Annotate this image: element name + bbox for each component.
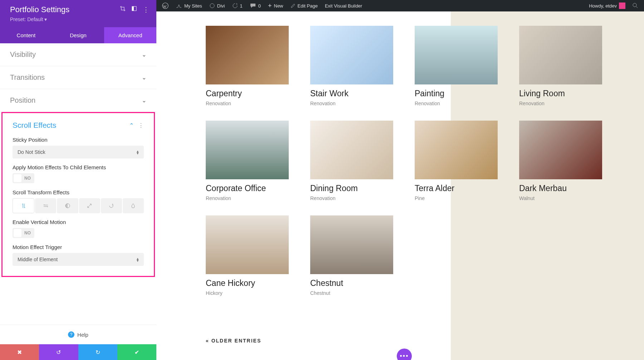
portfolio-thumb	[519, 26, 602, 84]
portfolio-title: Chestnut	[310, 278, 393, 288]
portfolio-card[interactable]: ChestnutChestnut	[310, 215, 393, 296]
effect-fade-icon[interactable]	[57, 198, 78, 213]
portfolio-title: Dining Room	[310, 184, 393, 193]
portfolio-thumb	[415, 121, 498, 179]
accordion-transitions[interactable]: Transitions ⌄	[0, 66, 156, 89]
portfolio-thumb	[206, 121, 289, 179]
action-bar: ✖ ↺ ↻ ✔	[0, 344, 156, 360]
accordion-position[interactable]: Position ⌄	[0, 89, 156, 112]
chevron-down-icon: ⌄	[142, 74, 146, 81]
cancel-button[interactable]: ✖	[0, 344, 39, 360]
portfolio-card[interactable]: Dining RoomRenovation	[310, 121, 393, 201]
chevron-down-icon: ⌄	[142, 97, 146, 104]
motion-trigger-label: Motion Effect Trigger	[13, 244, 144, 250]
portfolio-title: Painting	[415, 89, 498, 98]
portfolio-card[interactable]: Stair WorkRenovation	[310, 26, 393, 106]
portfolio-card[interactable]: Terra AlderPine	[415, 121, 498, 201]
sidebar-header: Portfolio Settings ⋮ Preset: Default ▾ C…	[0, 0, 156, 43]
tab-design[interactable]: Design	[52, 27, 104, 43]
portfolio-category: Walnut	[519, 195, 602, 201]
portfolio-thumb	[415, 26, 498, 84]
admin-bar: My Sites Divi 1 0 +New Edit Page Exit Vi…	[156, 0, 644, 11]
scroll-transform-label: Scroll Transform Effects	[13, 189, 144, 195]
portfolio-category: Pine	[415, 195, 498, 201]
search-icon[interactable]	[629, 0, 642, 11]
portfolio-category: Hickory	[206, 290, 289, 296]
my-sites[interactable]: My Sites	[172, 0, 206, 11]
help-icon: ?	[68, 331, 74, 338]
portfolio-card[interactable]: Living RoomRenovation	[519, 26, 602, 106]
chevron-up-icon: ⌃	[129, 122, 134, 129]
toggle-knob	[14, 174, 21, 182]
section-more-icon[interactable]: ⋮	[138, 122, 144, 129]
effect-blur-icon[interactable]	[123, 198, 144, 213]
select-arrows-icon: ▴▾	[137, 150, 139, 154]
svg-rect-5	[132, 6, 134, 11]
motion-trigger-select[interactable]: Middle of Element ▴▾	[13, 253, 144, 266]
portfolio-thumb	[206, 26, 289, 84]
apply-motion-label: Apply Motion Effects To Child Elements	[13, 164, 144, 170]
undo-button[interactable]: ↺	[39, 344, 78, 360]
redo-button[interactable]: ↻	[78, 344, 117, 360]
effect-scale-icon[interactable]	[79, 198, 100, 213]
exit-visual-builder[interactable]: Exit Visual Builder	[321, 0, 366, 11]
new-content[interactable]: +New	[264, 0, 287, 11]
svg-point-1	[210, 4, 214, 8]
portfolio-title: Cane Hickory	[206, 278, 289, 288]
page-canvas: CarpentryRenovationStair WorkRenovationP…	[156, 11, 644, 360]
panel-title: Portfolio Settings	[10, 5, 120, 14]
effect-vertical-icon[interactable]	[13, 198, 34, 213]
portfolio-category: Renovation	[310, 195, 393, 201]
enable-vertical-motion-toggle[interactable]: NO	[13, 228, 34, 238]
chevron-down-icon: ⌄	[142, 51, 146, 58]
effect-rotate-icon[interactable]	[101, 198, 122, 213]
more-icon[interactable]: ⋮	[143, 6, 149, 14]
portfolio-title: Corporate Office	[206, 184, 289, 193]
select-arrows-icon: ▴▾	[137, 257, 139, 262]
portfolio-thumb	[310, 215, 393, 274]
portfolio-card[interactable]: Dark MerbauWalnut	[519, 121, 602, 201]
effect-horizontal-icon[interactable]	[35, 198, 56, 213]
portfolio-thumb	[206, 215, 289, 274]
accordion-scroll-effects[interactable]: Scroll Effects ⌃ ⋮	[3, 113, 154, 134]
accordion-visibility[interactable]: Visibility ⌄	[0, 43, 156, 66]
portfolio-card[interactable]: PaintingRenovation	[415, 26, 498, 106]
save-button[interactable]: ✔	[117, 344, 156, 360]
portfolio-category: Renovation	[415, 101, 498, 106]
portfolio-thumb	[310, 121, 393, 179]
sticky-position-select[interactable]: Do Not Stick ▴▾	[13, 146, 144, 159]
edit-page[interactable]: Edit Page	[287, 0, 321, 11]
portfolio-category: Renovation	[519, 101, 602, 106]
updates[interactable]: 1	[229, 0, 246, 11]
settings-sidebar: Portfolio Settings ⋮ Preset: Default ▾ C…	[0, 0, 156, 360]
enable-vertical-motion-label: Enable Vertical Motion	[13, 219, 144, 225]
portfolio-title: Living Room	[519, 89, 602, 98]
toggle-knob	[14, 229, 21, 237]
help-link[interactable]: ? Help	[0, 325, 156, 344]
preset-selector[interactable]: Preset: Default ▾	[0, 16, 156, 27]
expand-icon[interactable]	[120, 6, 126, 14]
dock-icon[interactable]	[131, 6, 137, 14]
avatar	[619, 3, 625, 9]
portfolio-thumb	[310, 26, 393, 84]
tab-advanced[interactable]: Advanced	[104, 27, 156, 43]
portfolio-category: Renovation	[310, 101, 393, 106]
scroll-transform-effects	[13, 198, 144, 213]
tab-content[interactable]: Content	[0, 27, 52, 43]
older-entries-link[interactable]: « OLDER ENTRIES	[206, 338, 261, 344]
svg-point-2	[633, 3, 636, 7]
sticky-position-label: Sticky Position	[13, 137, 144, 143]
portfolio-card[interactable]: Corporate OfficeRenovation	[206, 121, 289, 201]
portfolio-card[interactable]: CarpentryRenovation	[206, 26, 289, 106]
divi-fab-button[interactable]: •••	[397, 349, 412, 360]
apply-motion-toggle[interactable]: NO	[13, 173, 34, 183]
portfolio-category: Chestnut	[310, 290, 393, 296]
panel-tabs: Content Design Advanced	[0, 27, 156, 43]
comments[interactable]: 0	[246, 0, 264, 11]
howdy-user[interactable]: Howdy, etdev	[585, 0, 629, 11]
divi-site[interactable]: Divi	[206, 0, 229, 11]
wp-logo[interactable]	[158, 0, 172, 11]
portfolio-grid: CarpentryRenovationStair WorkRenovationP…	[206, 26, 602, 296]
portfolio-card[interactable]: Cane HickoryHickory	[206, 215, 289, 296]
scroll-effects-section: Scroll Effects ⌃ ⋮ Sticky Position Do No…	[1, 112, 155, 277]
